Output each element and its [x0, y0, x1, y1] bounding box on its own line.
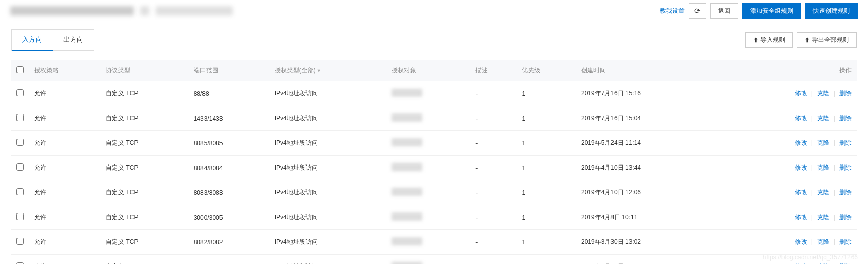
cell-priority: 1	[517, 180, 576, 205]
sub-actions: ⬆导入规则 ⬆导出全部规则	[745, 32, 857, 48]
cell-policy: 允许	[29, 81, 100, 106]
edit-link[interactable]: 修改	[795, 189, 807, 196]
cell-created: 2019年7月16日 15:04	[576, 106, 719, 131]
cell-desc: -	[470, 255, 517, 265]
edit-link[interactable]: 修改	[795, 139, 807, 146]
cell-target	[386, 156, 471, 180]
cell-target	[386, 81, 471, 106]
add-rule-button[interactable]: 添加安全组规则	[742, 3, 801, 19]
table-row: 允许自定义 TCP8085/8085IPv4地址段访问-12019年5月24日 …	[11, 131, 857, 156]
cell-created: 2019年4月10日 12:06	[576, 180, 719, 205]
cell-port: 1433/1433	[189, 106, 269, 131]
row-checkbox[interactable]	[16, 114, 24, 121]
row-checkbox[interactable]	[16, 163, 24, 171]
top-bar: 教我设置 ⟳ 返回 添加安全组规则 快速创建规则	[0, 0, 868, 22]
delete-link[interactable]: 删除	[839, 189, 852, 196]
cell-port: 8083/8083	[189, 180, 269, 205]
cell-created: 2019年3月27日 11:56	[576, 255, 719, 265]
row-checkbox[interactable]	[16, 188, 24, 195]
quick-rule-button[interactable]: 快速创建规则	[805, 3, 858, 19]
clone-link[interactable]: 克隆	[817, 139, 829, 146]
cell-target	[386, 205, 471, 230]
delete-link[interactable]: 删除	[839, 238, 852, 245]
cell-ops: 修改|克隆|删除	[719, 131, 857, 156]
tab-inbound[interactable]: 入方向	[12, 30, 53, 51]
sub-bar: 入方向 出方向 ⬆导入规则 ⬆导出全部规则	[0, 22, 868, 51]
cell-auth-type: IPv4地址段访问	[269, 205, 386, 230]
cell-target	[386, 106, 471, 131]
cell-protocol: 自定义 TCP	[100, 156, 189, 180]
cell-protocol: 自定义 TCP	[100, 255, 189, 265]
delete-link[interactable]: 删除	[839, 164, 852, 171]
cell-desc: -	[470, 106, 517, 131]
clone-link[interactable]: 克隆	[817, 114, 829, 122]
edit-link[interactable]: 修改	[795, 114, 807, 122]
edit-link[interactable]: 修改	[795, 213, 807, 221]
back-button[interactable]: 返回	[710, 3, 738, 19]
row-checkbox[interactable]	[16, 89, 24, 96]
cell-protocol: 自定义 TCP	[100, 81, 189, 106]
row-checkbox[interactable]	[16, 238, 24, 245]
cell-auth-type: IPv4地址段访问	[269, 131, 386, 156]
delete-link[interactable]: 删除	[839, 139, 852, 146]
tab-outbound[interactable]: 出方向	[53, 30, 94, 50]
cell-policy: 允许	[29, 106, 100, 131]
cell-auth-type: IPv4地址段访问	[269, 230, 386, 255]
col-priority: 优先级	[517, 60, 576, 81]
cell-ops: 修改|克隆|删除	[719, 205, 857, 230]
cell-policy: 允许	[29, 131, 100, 156]
row-checkbox[interactable]	[16, 139, 24, 146]
cell-protocol: 自定义 TCP	[100, 131, 189, 156]
edit-link[interactable]: 修改	[795, 164, 807, 171]
rules-table-wrap: 授权策略 协议类型 端口范围 授权类型(全部)▼ 授权对象 描述 优先级 创建时…	[0, 51, 868, 264]
cell-port: 8084/8084	[189, 156, 269, 180]
cell-priority: 1	[517, 255, 576, 265]
cell-policy: 允许	[29, 180, 100, 205]
cell-target	[386, 131, 471, 156]
delete-link[interactable]: 删除	[839, 213, 852, 221]
clone-link[interactable]: 克隆	[817, 238, 829, 245]
clone-link[interactable]: 克隆	[817, 164, 829, 171]
row-checkbox[interactable]	[16, 213, 24, 220]
cell-created: 2019年5月24日 11:14	[576, 131, 719, 156]
cell-protocol: 自定义 TCP	[100, 205, 189, 230]
col-auth-type-label: 授权类型(全部)	[275, 67, 316, 74]
teach-me-link[interactable]: 教我设置	[660, 7, 685, 15]
edit-link[interactable]: 修改	[795, 90, 807, 97]
col-policy: 授权策略	[29, 60, 100, 81]
upload-icon: ⬆	[805, 37, 810, 44]
col-target: 授权对象	[386, 60, 471, 81]
export-label: 导出全部规则	[812, 36, 849, 44]
cell-auth-type: IPv4地址段访问	[269, 81, 386, 106]
col-port: 端口范围	[189, 60, 269, 81]
delete-link[interactable]: 删除	[839, 90, 852, 97]
table-header-row: 授权策略 协议类型 端口范围 授权类型(全部)▼ 授权对象 描述 优先级 创建时…	[11, 60, 857, 81]
delete-link[interactable]: 删除	[839, 114, 852, 122]
table-row: 允许自定义 TCP8082/8082IPv4地址段访问-12019年3月30日 …	[11, 230, 857, 255]
refresh-button[interactable]: ⟳	[689, 3, 706, 19]
top-actions: 教我设置 ⟳ 返回 添加安全组规则 快速创建规则	[660, 3, 858, 19]
col-desc: 描述	[470, 60, 517, 81]
import-label: 导入规则	[760, 36, 785, 44]
table-row: 允许自定义 TCP1433/1433IPv4地址段访问-12019年7月16日 …	[11, 106, 857, 131]
cell-protocol: 自定义 TCP	[100, 180, 189, 205]
select-all-checkbox[interactable]	[16, 66, 24, 73]
cell-ops: 修改|克隆|删除	[719, 156, 857, 180]
cell-priority: 1	[517, 230, 576, 255]
cell-target	[386, 230, 471, 255]
cell-policy: 允许	[29, 205, 100, 230]
clone-link[interactable]: 克隆	[817, 189, 829, 196]
cell-desc: -	[470, 230, 517, 255]
cell-ops: 修改|克隆|删除	[719, 255, 857, 265]
cell-auth-type: IPv4地址段访问	[269, 255, 386, 265]
export-rules-button[interactable]: ⬆导出全部规则	[797, 32, 857, 48]
breadcrumb-blur	[10, 6, 233, 15]
col-auth-type[interactable]: 授权类型(全部)▼	[269, 60, 386, 81]
import-rules-button[interactable]: ⬆导入规则	[745, 32, 793, 48]
edit-link[interactable]: 修改	[795, 238, 807, 245]
cell-ops: 修改|克隆|删除	[719, 106, 857, 131]
cell-target	[386, 180, 471, 205]
clone-link[interactable]: 克隆	[817, 90, 829, 97]
cell-auth-type: IPv4地址段访问	[269, 106, 386, 131]
clone-link[interactable]: 克隆	[817, 213, 829, 221]
